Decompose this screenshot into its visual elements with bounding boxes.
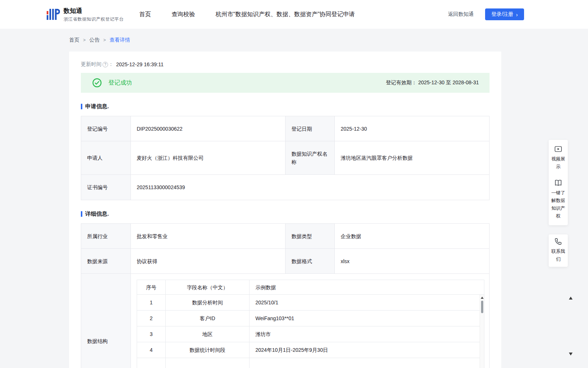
field-label: 数据知识产权名称 [286,141,335,175]
field-value: xlsx [335,249,490,274]
sample-data: 潍坊市 [250,326,484,342]
scrollbar-thumb[interactable] [481,301,483,313]
structure-row: 2 客户ID WeiFang103**01 [137,311,484,326]
field-label: 所属行业 [81,224,131,249]
breadcrumb-current: 查看详情 [110,37,130,43]
table-row: 数据来源 协议获得 数据格式 xlsx [81,249,490,274]
page-scroll-down-icon[interactable] [569,353,573,355]
column-header: 字段名称（中文） [166,280,250,295]
structure-row-clipped [137,358,484,368]
top-header: 数知通 浙江省数据知识产权登记平台 首页 查询校验 杭州市“数据知识产权、数据、… [0,0,588,29]
field-value: 协议获得 [131,249,286,274]
logo-icon [47,7,60,21]
floating-side-panel: 视频展示 一键了解数据知识产权 联系我们 [549,140,568,267]
table-row: 所属行业 批发和零售业 数据类型 企业数据 [81,224,490,249]
data-structure-table: 序号 字段名称（中文） 示例数据 1 数据分析时间 2025/10/1 2 客户… [137,280,484,368]
nav-hangzhou-joint-registration[interactable]: 杭州市“数据知识产权、数据、数据资产”协同登记申请 [216,11,355,18]
data-structure-row: 数据结构 序号 字段名称（中文） 示例数据 1 数据分析时间 2025/1 [81,274,490,368]
chevron-right-icon: › [516,12,518,17]
field-label: 数据结构 [81,274,131,368]
scroll-up-icon[interactable] [481,297,484,299]
field-value: 批发和零售业 [131,224,286,249]
section-title-bar [81,104,82,109]
validity-period: 登记有效期： 2025-12-30 至 2028-08-31 [386,79,479,86]
update-time-row: 更新时间 ? ： 2025-12-29 16:39:11 [81,61,490,68]
field-value: 20251133000024539 [131,175,490,200]
field-label: 数据类型 [286,224,335,249]
apply-info-section-title: 申请信息. [81,103,490,110]
detail-info-table: 所属行业 批发和零售业 数据类型 企业数据 数据来源 协议获得 数据格式 xls… [81,223,490,368]
update-time-colon: ： [108,61,114,68]
validity-label: 登记有效期： [386,79,417,85]
row-index: 2 [137,311,166,326]
breadcrumb-separator: > [103,38,106,43]
side-box-contact: 联系我们 [549,234,568,267]
contact-us-item[interactable]: 联系我们 [550,237,567,263]
data-structure-table-wrap: 序号 字段名称（中文） 示例数据 1 数据分析时间 2025/10/1 2 客户… [137,280,484,368]
update-time-value: 2025-12-29 16:39:11 [116,61,164,67]
breadcrumb: 首页 > 公告 > 查看详情 [69,37,588,43]
logo-subtitle: 浙江省数据知识产权登记平台 [64,16,124,22]
structure-header-row: 序号 字段名称（中文） 示例数据 [137,280,484,295]
sample-data: 2025/10/1 [250,295,484,311]
login-register-label: 登录/注册 [491,11,513,18]
book-icon [554,179,562,187]
table-row: 申请人 麦好火（浙江）科技有限公司 数据知识产权名称 潍坊地区蒸汽眼罩客户分析数… [81,141,490,175]
detail-info-section-title: 详细信息. [81,210,490,217]
structure-row: 1 数据分析时间 2025/10/1 [137,295,484,311]
back-to-shuzhitong-link[interactable]: 返回数知通 [448,11,474,18]
field-name: 数据统计时间段 [166,342,250,358]
breadcrumb-home[interactable]: 首页 [69,37,79,43]
one-click-guide-label: 一键了解数据知识产权 [550,189,567,220]
sample-data: 2024年10月1日-2025年9月30日 [250,342,484,358]
video-icon [554,145,562,153]
detail-card: 更新时间 ? ： 2025-12-29 16:39:11 登记成功 登记有效期：… [69,52,501,368]
validity-value: 2025-12-30 至 2028-08-31 [418,79,479,85]
row-index: 3 [137,326,166,342]
update-time-label: 更新时间 [81,61,101,68]
help-icon[interactable]: ? [103,62,108,67]
column-header: 示例数据 [250,280,484,295]
registration-status-banner: 登记成功 登记有效期： 2025-12-30 至 2028-08-31 [81,73,490,93]
section-title-bar [81,211,82,217]
breadcrumb-announcement[interactable]: 公告 [89,37,100,43]
field-label: 数据格式 [286,249,335,274]
video-display-label: 视频展示 [550,155,567,171]
logo-title: 数知通 [64,7,124,15]
field-name: 客户ID [166,311,250,326]
one-click-guide-item[interactable]: 一键了解数据知识产权 [550,179,567,220]
field-label: 申请人 [81,141,131,175]
field-label: 登记编号 [81,116,131,141]
field-label: 登记日期 [286,116,335,141]
apply-info-table: 登记编号 DIP2025000030622 登记日期 2025-12-30 申请… [81,116,490,200]
nav-query-verify[interactable]: 查询校验 [172,11,195,18]
main-nav: 首页 查询校验 杭州市“数据知识产权、数据、数据资产”协同登记申请 [139,11,355,18]
structure-row: 4 数据统计时间段 2024年10月1日-2025年9月30日 [137,342,484,358]
contact-us-label: 联系我们 [550,248,567,263]
video-display-item[interactable]: 视频展示 [550,145,567,171]
page-scroll-up-icon[interactable] [569,297,573,300]
login-register-button[interactable]: 登录/注册 › [485,8,524,20]
row-index: 1 [137,295,166,311]
section-title-text: 申请信息. [85,103,109,110]
inner-table-scrollbar[interactable] [480,295,484,368]
data-structure-cell: 序号 字段名称（中文） 示例数据 1 数据分析时间 2025/10/1 2 客户… [131,274,490,368]
breadcrumb-separator: > [83,38,86,43]
field-value: 企业数据 [335,224,490,249]
field-value: DIP2025000030622 [131,116,286,141]
table-row: 证书编号 20251133000024539 [81,175,490,200]
side-box-main: 视频展示 一键了解数据知识产权 [549,140,568,225]
field-value: 2025-12-30 [335,116,490,141]
sample-data: WeiFang103**01 [250,311,484,326]
field-label: 数据来源 [81,249,131,274]
structure-row: 3 地区 潍坊市 [137,326,484,342]
logo[interactable]: 数知通 浙江省数据知识产权登记平台 [47,7,124,22]
column-header: 序号 [137,280,166,295]
field-value: 麦好火（浙江）科技有限公司 [131,141,286,175]
field-name: 数据分析时间 [166,295,250,311]
success-check-icon [92,78,102,88]
table-row: 登记编号 DIP2025000030622 登记日期 2025-12-30 [81,116,490,141]
nav-home[interactable]: 首页 [139,11,151,18]
section-title-text: 详细信息. [85,210,109,217]
row-index: 4 [137,342,166,358]
